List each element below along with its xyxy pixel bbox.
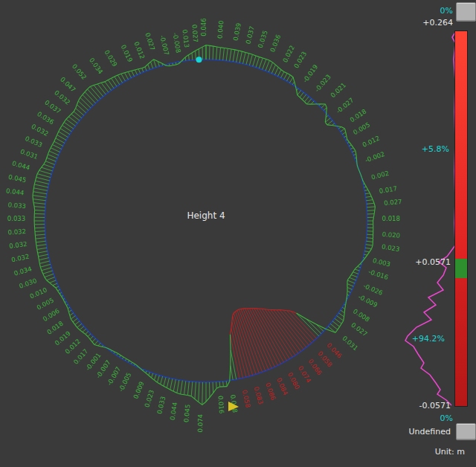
deviation-outline <box>88 337 90 340</box>
deviation-outline <box>316 324 327 329</box>
deviation-hatch <box>199 382 199 402</box>
deviation-outline <box>373 217 374 221</box>
deviation-outline <box>40 267 42 271</box>
deviation-hatch <box>347 291 350 292</box>
deviation-outline <box>49 148 51 151</box>
deviation-outline <box>185 55 188 57</box>
deviation-outline <box>118 74 121 75</box>
deviation-value-label: -0.007 <box>158 34 170 56</box>
deviation-outline <box>181 394 184 395</box>
deviation-hatch <box>306 319 321 334</box>
deviation-hatch <box>367 207 375 207</box>
deviation-value-label: 0.018 <box>349 107 368 123</box>
deviation-outline <box>135 69 138 70</box>
deviation-hatch <box>68 310 71 312</box>
deviation-outline <box>351 145 353 148</box>
deviation-hatch <box>34 207 45 207</box>
deviation-hatch <box>53 283 57 286</box>
deviation-hatch <box>36 238 45 239</box>
deviation-hatch <box>121 74 126 81</box>
deviation-outline <box>196 49 199 51</box>
deviation-outline <box>358 264 361 267</box>
deviation-hatch <box>56 286 59 288</box>
deviation-hatch <box>364 190 368 190</box>
deviation-outline <box>192 51 196 53</box>
deviation-outline <box>345 129 346 132</box>
scale-main-percent: +94.2% <box>408 334 445 344</box>
deviation-outline <box>94 84 97 86</box>
deviation-outline <box>45 277 47 280</box>
deviation-hatch <box>347 284 353 287</box>
deviation-outline <box>353 269 355 272</box>
deviation-outline <box>189 53 192 55</box>
deviation-hatch <box>289 77 293 83</box>
scale-max-value: +0.264 <box>420 18 453 28</box>
undefined-color-swatch-top[interactable] <box>456 2 476 22</box>
deviation-hatch <box>123 357 124 359</box>
deviation-value-label: 0.045 <box>182 404 191 422</box>
deviation-hatch <box>47 277 55 280</box>
deviation-outline <box>206 45 210 46</box>
deviation-hatch <box>43 271 53 274</box>
deviation-outline <box>344 313 345 317</box>
deviation-outline <box>227 381 230 386</box>
deviation-outline <box>146 373 149 376</box>
deviation-hatch <box>35 228 45 228</box>
deviation-outline <box>33 188 34 192</box>
deviation-outline <box>77 327 80 329</box>
deviation-outline <box>224 48 228 49</box>
deviation-outline <box>346 298 347 302</box>
deviation-outline <box>90 339 92 342</box>
deviation-hatch <box>216 47 217 59</box>
deviation-hatch <box>347 287 352 289</box>
deviation-hatch <box>36 245 46 246</box>
deviation-outline <box>374 203 375 207</box>
deviation-outline <box>38 253 39 257</box>
deviation-hatch <box>164 377 166 386</box>
deviation-outline <box>273 62 276 65</box>
deviation-value-label: 0.033 <box>7 215 25 222</box>
undefined-color-swatch-bottom[interactable] <box>456 423 476 440</box>
deviation-outline <box>59 129 60 132</box>
deviation-outline <box>327 329 335 333</box>
colorbar-red-upper <box>455 31 467 259</box>
deviation-outline <box>36 246 37 250</box>
deviation-outline <box>112 77 115 78</box>
deviation-outline <box>283 310 287 311</box>
deviation-outline <box>371 245 373 249</box>
deviation-outline <box>39 257 39 260</box>
deviation-hatch <box>237 51 239 62</box>
deviation-outline <box>33 192 33 196</box>
deviation-hatch <box>247 309 274 367</box>
deviation-value-label: 0.032 <box>10 253 30 264</box>
deviation-outline <box>347 294 347 298</box>
deviation-hatch <box>366 200 373 201</box>
deviation-outline <box>231 49 235 50</box>
deviation-value-label: 0.033 <box>7 201 26 210</box>
deviation-hatch <box>36 241 45 242</box>
deviation-outline <box>170 390 174 391</box>
deviation-hatch <box>37 174 51 178</box>
deviation-outline <box>182 57 185 60</box>
deviation-hatch <box>353 272 358 274</box>
deviation-value-label: 0.010 <box>28 286 48 300</box>
deviation-hatch <box>135 70 137 75</box>
deviation-hatch <box>49 151 59 155</box>
deviation-hatch <box>321 104 325 108</box>
deviation-hatch <box>219 381 220 387</box>
deviation-outline <box>351 272 353 275</box>
deviation-hatch <box>56 138 65 144</box>
deviation-outline <box>375 207 376 210</box>
deviation-outline <box>353 148 356 151</box>
deviation-outline <box>83 92 85 95</box>
deviation-outline <box>239 51 242 51</box>
deviation-value-label: 0.023 <box>381 242 400 253</box>
deviation-outline <box>36 239 36 242</box>
deviation-colorbar[interactable] <box>455 31 467 406</box>
deviation-hatch <box>287 75 291 81</box>
deviation-hatch <box>78 101 88 111</box>
deviation-hatch <box>300 92 303 97</box>
deviation-hatch <box>173 379 176 391</box>
deviation-outline <box>86 334 88 336</box>
deviation-hatch <box>132 71 135 76</box>
